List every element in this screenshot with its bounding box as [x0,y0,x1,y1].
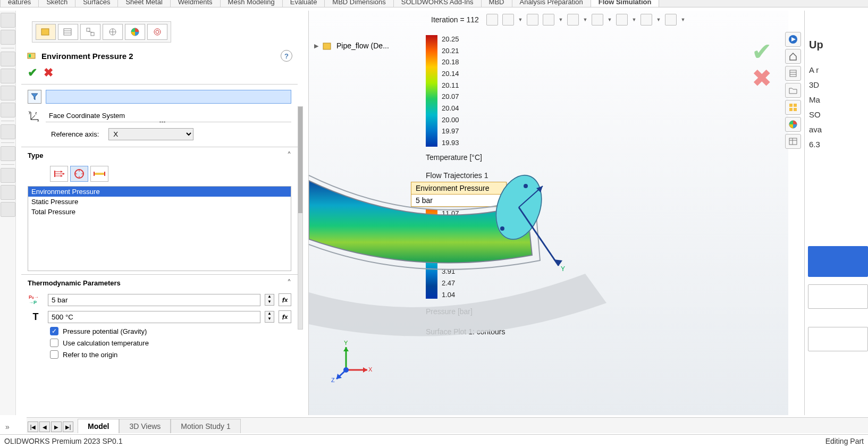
left-tool-icon[interactable] [1,52,15,66]
chk-pressure-potential[interactable]: ✓ [50,327,58,335]
tab-features[interactable]: eatures [0,0,39,7]
pressure-fx-button[interactable]: fx [279,293,291,306]
help-icon[interactable]: ? [281,50,292,62]
cancel-button[interactable]: ✖ [44,66,53,80]
tab-weldments[interactable]: Weldments [170,0,221,7]
dimxpert-manager-icon[interactable] [103,24,123,40]
apply-scene-icon[interactable] [641,14,652,26]
tab-nav-last[interactable]: ▶| [63,421,73,432]
chk-pressure-potential-label: Pressure potential (Gravity) [63,327,147,335]
left-tool-icon[interactable] [1,69,15,83]
tab-nav-prev[interactable]: ◀ [39,421,50,432]
left-tool-icon[interactable] [1,86,15,100]
left-tool-icon[interactable] [1,168,15,183]
pressure-type-list[interactable]: Environment Pressure Static Pressure Tot… [28,186,291,271]
pressure-spinner[interactable]: ▲▼ [265,294,274,306]
bottom-tab-3dviews[interactable]: 3D Views [119,419,171,433]
tab-analysis-preparation[interactable]: Analysis Preparation [512,0,591,7]
type-option-static[interactable]: Static Pressure [28,197,291,207]
thermo-section-header[interactable]: Thermodynamic Parameters ˄ [21,274,298,291]
left-tool-icon[interactable] [1,202,15,217]
edit-appearance-icon[interactable] [616,14,628,26]
side-panel-heading: Up [809,37,864,52]
type-option-total[interactable]: Total Pressure [28,207,291,217]
tab-sheet-metal[interactable]: Sheet Metal [117,0,170,7]
type-icon-environment[interactable] [70,166,88,182]
accept-result-icon[interactable]: ✔ [752,37,772,66]
tab-nav-next[interactable]: ▶ [51,421,62,432]
temperature-spinner[interactable]: ▲▼ [265,311,274,323]
pressure-input[interactable] [48,294,260,306]
type-option-environment[interactable]: Environment Pressure [28,187,291,197]
tab-sketch[interactable]: Sketch [38,0,75,7]
bottom-tab-model[interactable]: Model [78,419,119,433]
tab-nav-first[interactable]: |◀ [28,421,38,432]
ok-button[interactable]: ✔ [28,66,37,80]
motion-tabs: |◀ ◀ ▶ ▶| Model 3D Views Motion Study 1 [27,417,868,433]
left-tool-icon[interactable] [1,30,15,45]
expand-icon[interactable]: ▶ [314,43,318,49]
flow-simulation-manager-icon[interactable] [147,24,167,40]
side-secondary-button[interactable] [808,284,868,309]
custom-properties-icon[interactable] [785,134,801,149]
coord-system-field[interactable]: Face Coordinate System [46,109,291,122]
feature-manager-icon[interactable] [36,24,56,40]
chk-use-calc-temp-label: Use calculation temperature [63,339,149,347]
chk-refer-origin[interactable] [50,350,58,359]
display-manager-icon[interactable] [125,24,145,40]
chk-use-calc-temp[interactable] [50,339,58,347]
orientation-triad[interactable]: X Y Z [330,341,373,383]
zoom-area-icon[interactable] [502,14,514,26]
side-secondary-button[interactable] [808,327,868,351]
svg-marker-25 [61,171,63,173]
left-tool-icon[interactable] [1,124,15,139]
property-manager-icon[interactable] [58,24,78,40]
configuration-manager-icon[interactable] [80,24,100,40]
resize-handle[interactable] [159,121,166,124]
solidworks-resources-icon[interactable] [785,32,801,47]
panel-scrollbar[interactable] [298,106,303,330]
tab-surfaces[interactable]: Surfaces [75,0,118,7]
reject-result-icon[interactable]: ✖ [752,64,772,92]
face-selection-box[interactable] [46,90,291,104]
type-icon-static[interactable] [50,166,68,182]
zoom-fit-icon[interactable] [486,14,498,26]
svg-line-6 [88,31,92,32]
hide-show-icon[interactable] [592,14,603,26]
left-tool-icon[interactable] [1,13,15,28]
file-explorer-icon[interactable] [785,83,801,98]
status-bar: OLIDWORKS Premium 2023 SP0.1 Editing Par… [0,434,868,447]
temperature-input[interactable] [48,311,260,323]
type-section-header[interactable]: Type ˄ [21,147,298,164]
view-settings-icon[interactable] [665,14,677,26]
tab-mbd[interactable]: MBD [481,0,512,7]
graphics-viewport[interactable]: Iteration = 112 ▼ ▼ ▼ ▼ ▼ ▼ ▼ ▶ Pipe_flo… [308,11,788,415]
left-tool-icon[interactable] [1,103,15,117]
bottom-tab-motion-study[interactable]: Motion Study 1 [171,419,240,433]
flyout-tree-root[interactable]: ▶ Pipe_flow (De... [314,40,389,51]
tab-mbd-dimensions[interactable]: MBD Dimensions [324,0,393,7]
tab-evaluate[interactable]: Evaluate [282,0,325,7]
chevron-up-icon: ˄ [287,278,291,288]
tab-mesh-modeling[interactable]: Mesh Modeling [220,0,283,7]
task-pane-tabs [785,11,804,149]
appearances-icon[interactable] [785,117,801,132]
svg-rect-63 [789,104,793,107]
home-icon[interactable] [785,49,801,64]
display-style-icon[interactable] [543,14,554,26]
tab-flow-simulation[interactable]: Flow Simulation [591,0,660,7]
side-primary-button[interactable] [808,246,868,277]
design-library-icon[interactable] [785,66,801,81]
temperature-param-icon: T [28,310,44,323]
left-tool-icon[interactable] [1,185,15,200]
view-orientation-icon[interactable] [527,14,538,26]
expand-panel-caret[interactable]: » [5,423,10,431]
temperature-fx-button[interactable]: fx [279,310,291,323]
type-icon-total[interactable] [90,166,108,182]
left-tool-icon[interactable] [1,146,15,161]
section-view-icon[interactable] [567,14,579,26]
tab-solidworks-addins[interactable]: SOLIDWORKS Add-Ins [393,0,482,7]
selection-filter-icon[interactable] [28,90,41,104]
reference-axis-select[interactable]: X [108,128,193,140]
view-palette-icon[interactable] [785,100,801,115]
